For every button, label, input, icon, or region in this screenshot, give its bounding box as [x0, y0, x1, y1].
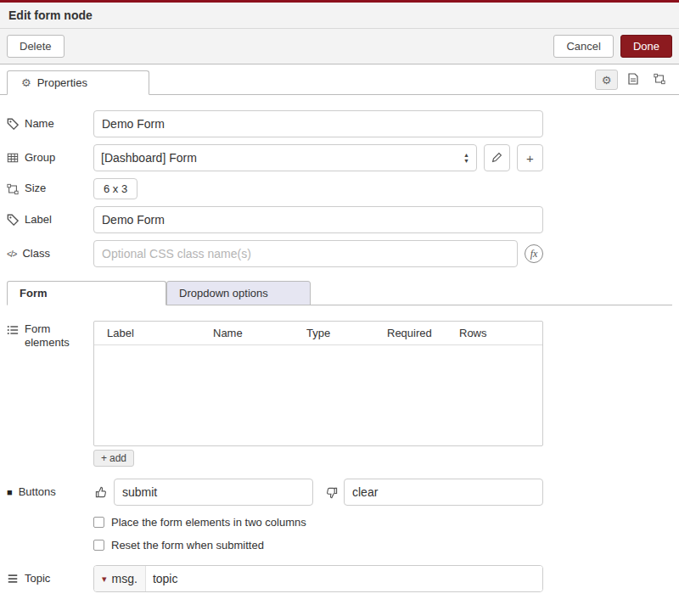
select-arrows-icon: ▲ ▼ [463, 152, 469, 164]
group-label: Group [7, 151, 93, 165]
topic-typed-input: ▾ msg. [93, 565, 543, 592]
done-button[interactable]: Done [620, 35, 672, 58]
buttons-label: ■ Buttons [7, 485, 93, 499]
reset-checkbox[interactable] [93, 540, 104, 551]
submit-label-input[interactable] [114, 479, 313, 506]
gear-icon: ⚙ [602, 75, 612, 86]
tag-icon [7, 118, 19, 130]
class-input[interactable] [93, 240, 518, 267]
class-label: </> Class [7, 247, 93, 260]
cancel-button[interactable]: Cancel [553, 35, 613, 58]
form-elements-row: Form elements Label Name Type Required R… [7, 321, 543, 467]
name-row: Name [7, 110, 543, 137]
list-icon [7, 322, 19, 336]
editor-tab-row: ⚙ Properties ⚙ [0, 64, 679, 95]
thumbs-up-icon [95, 486, 108, 499]
column-header: Required [387, 327, 459, 339]
label-row: Label [7, 206, 543, 233]
size-label: Size [7, 182, 93, 195]
tab-dropdown-options[interactable]: Dropdown options [166, 281, 311, 305]
column-header: Rows [459, 327, 542, 339]
plus-icon: + [526, 151, 534, 165]
column-header: Name [213, 327, 306, 339]
tab-properties-label: Properties [37, 76, 87, 89]
tab-properties[interactable]: ⚙ Properties [7, 70, 149, 95]
size-row: Size 6 x 3 [7, 178, 543, 199]
tab-action-buttons: ⚙ [595, 70, 671, 90]
dialog-toolbar: Delete Cancel Done [0, 29, 679, 64]
column-header: Type [306, 327, 387, 339]
code-icon: </> [7, 249, 16, 259]
group-row: Group [Dashboard] Form ▲ ▼ + [7, 144, 543, 171]
column-header: Label [107, 327, 213, 339]
tag-icon [7, 214, 19, 226]
pencil-icon [491, 151, 502, 165]
group-select[interactable]: [Dashboard] Form ▲ ▼ [93, 144, 477, 171]
two-columns-option: Place the form elements in two columns [93, 516, 543, 529]
class-row: </> Class fx [7, 240, 543, 267]
form-area: Name Group [Dashboard] Form ▲ ▼ + [0, 95, 679, 608]
gear-icon: ⚙ [21, 77, 31, 88]
two-columns-checkbox[interactable] [93, 517, 104, 528]
label-label: Label [7, 213, 93, 227]
tab-form[interactable]: Form [7, 281, 166, 305]
document-icon [628, 73, 638, 87]
form-elements-list[interactable]: Label Name Type Required Rows [93, 321, 543, 446]
tasks-icon [7, 573, 19, 585]
reset-option: Reset the form when submitted [93, 539, 543, 552]
form-elements-label: Form elements [7, 321, 93, 350]
fx-badge[interactable]: fx [525, 244, 543, 263]
dialog-title: Edit form node [0, 0, 679, 29]
add-element-button[interactable]: + add [93, 450, 134, 467]
description-tab-button[interactable] [621, 70, 644, 90]
thumbs-down-icon [325, 486, 338, 499]
size-button[interactable]: 6 x 3 [93, 178, 137, 199]
edit-group-button[interactable] [484, 144, 510, 171]
subtab-row: Form Dropdown options [7, 279, 672, 305]
topic-row: Topic ▾ msg. [7, 565, 543, 592]
name-input[interactable] [93, 110, 543, 137]
square-icon: ■ [7, 487, 13, 497]
delete-button[interactable]: Delete [7, 35, 65, 58]
buttons-row: ■ Buttons [7, 479, 543, 506]
topic-input[interactable] [146, 566, 542, 591]
form-elements-header: Label Name Type Required Rows [94, 322, 542, 345]
object-group-icon [7, 183, 19, 195]
properties-tab-button[interactable]: ⚙ [595, 70, 618, 90]
topic-type-button[interactable]: ▾ msg. [94, 566, 146, 591]
table-icon [7, 152, 19, 164]
object-group-icon [654, 73, 665, 87]
topic-label: Topic [7, 572, 93, 585]
form-elements-editor: Label Name Type Required Rows + add [93, 321, 543, 467]
caret-down-icon: ▾ [102, 574, 107, 584]
label-input[interactable] [93, 206, 543, 233]
add-group-button[interactable]: + [517, 144, 543, 171]
toolbar-right-group: Cancel Done [553, 35, 672, 58]
clear-label-input[interactable] [344, 479, 543, 506]
name-label: Name [7, 117, 93, 131]
plus-icon: + [101, 452, 107, 464]
appearance-tab-button[interactable] [648, 70, 671, 90]
